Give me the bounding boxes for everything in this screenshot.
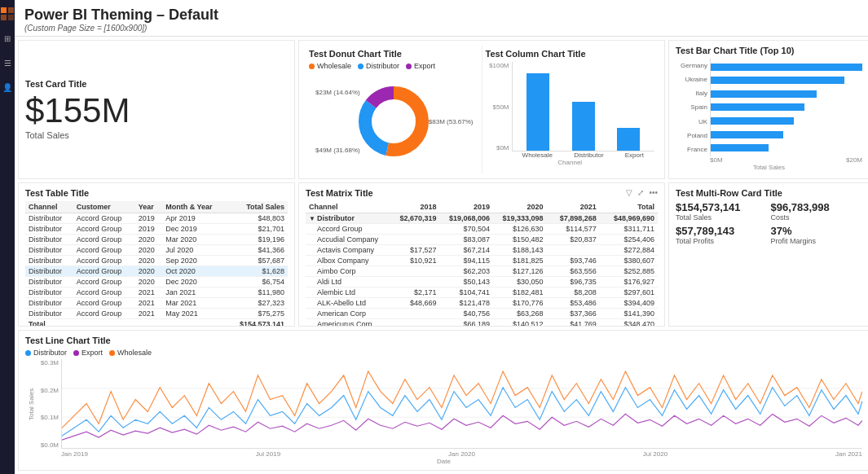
card-table: Test Table Title Channel Customer Year M… [18, 182, 295, 327]
multirow-label-2: Total Profits [676, 237, 768, 245]
card-donut: Test Donut Chart Title Wholesale Distrib… [306, 46, 482, 173]
main-container: ⊞ ☰ 👤 Power BI Theming – Default (Custom… [0, 0, 868, 474]
multirow-label-0: Total Sales [676, 213, 768, 222]
multirow-value-0: $154,573,141 [676, 201, 768, 213]
col-total-sales: Total Sales [227, 201, 289, 213]
kpi-value: $155M [25, 92, 288, 129]
nav-grid-icon[interactable]: ⊞ [0, 31, 15, 46]
table-row: DistributorAccord Group2019Apr 2019$48,8… [25, 213, 288, 224]
column-x-axis-label: Channel [486, 159, 655, 166]
line-x-axis-label: Date [25, 458, 862, 465]
line-chart-container: Total Sales $0.3M $0.2M $0.1M $0.0M [25, 359, 862, 449]
legend-wholesale: Wholesale [309, 62, 351, 70]
legend-line-export: Export [73, 349, 103, 357]
card-matrix-title: Test Matrix Title [306, 188, 658, 198]
legend-label-line-whole: Wholesale [117, 349, 152, 357]
bar-ukraine [711, 77, 862, 84]
card-multirow-title: Test Multi-Row Card Title [676, 188, 862, 198]
line-y-axis: $0.3M $0.2M $0.1M $0.0M [37, 359, 61, 449]
bar-x-axis-label: Total Sales [676, 164, 862, 171]
legend-dot-wholesale [309, 64, 315, 69]
multirow-value-2: $57,789,143 [676, 225, 768, 237]
col-bar-wholesale [527, 73, 549, 151]
col-channel: Channel [25, 201, 73, 213]
matrix-header-row: Channel 2018 2019 2020 2021 Total [306, 201, 658, 213]
legend-dot-distributor [358, 64, 364, 69]
multirow-item-3: 37% Profit Margins [771, 225, 863, 245]
donut-svg [357, 85, 430, 158]
legend-line-distributor: Distributor [25, 349, 67, 357]
matrix-col-2020: 2020 [493, 201, 546, 213]
bar-germany [711, 64, 862, 71]
svg-rect-0 [1, 7, 7, 13]
donut-label-small: $23M (14.64%) [315, 89, 360, 96]
multirow-value-3: 37% [771, 225, 863, 237]
nav-person-icon[interactable]: 👤 [0, 80, 15, 94]
donut-legend: Wholesale Distributor Export [309, 62, 478, 70]
more-icon[interactable]: ••• [649, 188, 658, 197]
bar-x-axis: $0M $20M [676, 156, 862, 164]
matrix-row: Alembic Ltd$2,171$104,741$182,481$8,208$… [306, 287, 658, 298]
col-year: Year [135, 201, 163, 213]
matrix-row: Aldi Ltd$50,143$30,050$96,735$176,927 [306, 277, 658, 287]
matrix-row: Actavis Company$17,527$67,214$188,143$27… [306, 245, 658, 256]
filter-icon[interactable]: ▽ [626, 188, 632, 197]
card-kpi: Test Card Title $155M Total Sales [18, 40, 295, 179]
multirow-item-1: $96,783,998 Costs [771, 201, 863, 222]
line-chart-svg [62, 359, 862, 448]
legend-line-wholesale: Wholesale [109, 349, 152, 357]
multirow-value-1: $96,783,998 [771, 201, 863, 213]
line-legend: Distributor Export Wholesale [25, 349, 862, 357]
page-subtitle: (Custom Page Size = [1600x900]) [24, 24, 863, 33]
legend-label-line-exp: Export [82, 349, 103, 357]
legend-dot-line-exp [73, 350, 79, 356]
line-x-labels: Jan 2019 Jul 2019 Jan 2020 Jul 2020 Jan … [25, 450, 862, 458]
bar-france [711, 144, 862, 151]
nav-logo-icon [0, 7, 15, 21]
col-bar-distributor [572, 102, 595, 151]
table-row: DistributorAccord Group2021Jan 2021$11,9… [25, 287, 288, 298]
multirow-item-2: $57,789,143 Total Profits [676, 225, 768, 245]
bar-italy [711, 90, 862, 98]
col-customer: Customer [73, 201, 135, 213]
col-bar-export [617, 128, 640, 151]
matrix-col-2018: 2018 [391, 201, 440, 213]
multirow-item-0: $154,573,141 Total Sales [676, 201, 768, 222]
multirow-label-1: Costs [771, 213, 863, 222]
table-row-highlighted: DistributorAccord Group2020Oct 2020$1,62… [25, 266, 288, 277]
col-bar-fill-distributor [572, 102, 595, 151]
col-bar-fill-export [617, 128, 640, 151]
matrix-group-header: ▼Distributor $2,670,319 $19,068,006 $19,… [306, 213, 658, 224]
matrix-row: Accord Group$70,504$126,630$114,577$311,… [306, 224, 658, 235]
card-line: Test Line Chart Title Distributor Export… [18, 330, 868, 471]
kpi-label: Total Sales [25, 130, 288, 140]
legend-dot-export [406, 64, 412, 69]
donut-chart-area: $23M (14.64%) $49M (31.68%) $83M (53.67%… [309, 72, 478, 170]
matrix-col-channel: Channel [306, 201, 391, 213]
table-total-row: Total$154,573,141 [25, 319, 288, 327]
matrix-filter-icons[interactable]: ▽ ⤢ ••• [626, 188, 658, 197]
multirow-grid: $154,573,141 Total Sales $96,783,998 Cos… [676, 201, 862, 245]
data-table: Channel Customer Year Month & Year Total… [25, 201, 288, 327]
legend-label-line-dist: Distributor [33, 349, 67, 357]
dashboard-grid: Test Card Title $155M Total Sales Test D… [15, 37, 868, 474]
legend-dot-line-whole [109, 350, 115, 356]
card-kpi-title: Test Card Title [25, 79, 288, 89]
page-title: Power BI Theming – Default [24, 7, 863, 24]
column-bars-area [512, 62, 655, 151]
expand-icon[interactable]: ⤢ [637, 188, 644, 197]
card-column-chart: Test Column Chart Title $100M $50M $0M [482, 46, 659, 173]
left-navigation: ⊞ ☰ 👤 [0, 0, 15, 474]
donut-label-large: $83M (53.67%) [429, 118, 474, 125]
multirow-label-3: Profit Margins [771, 237, 863, 245]
line-chart-area [61, 359, 862, 449]
matrix-row: ALK-Abello Ltd$48,669$121,478$170,776$53… [306, 298, 658, 309]
card-table-title: Test Table Title [25, 188, 288, 198]
donut-label-mid: $49M (31.68%) [315, 147, 360, 154]
nav-menu-icon[interactable]: ☰ [0, 55, 15, 70]
bar-chart-bars [710, 59, 862, 156]
matrix-table: Channel 2018 2019 2020 2021 Total ▼Distr… [306, 201, 658, 327]
column-x-labels: Wholesale Distributor Export [486, 151, 655, 159]
legend-distributor: Distributor [358, 62, 399, 70]
matrix-row: Albox Company$10,921$94,115$181,825$93,7… [306, 256, 658, 266]
